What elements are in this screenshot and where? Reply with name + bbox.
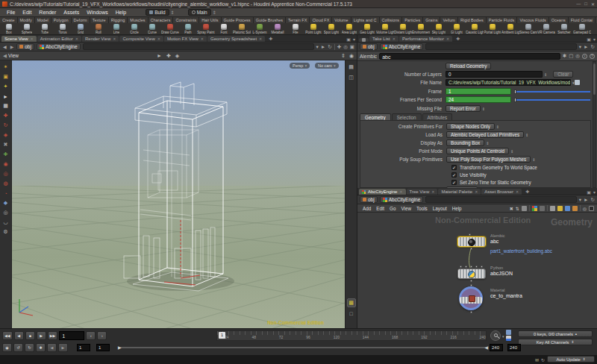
layout-icon[interactable]: ⇕ (341, 53, 346, 59)
viewport-tool-icon[interactable]: ◍ (1, 179, 10, 188)
node-python-abcjson[interactable] (457, 269, 486, 279)
menu-assets[interactable]: Assets (60, 9, 82, 16)
simulation-toggle-icon[interactable]: ↻ (25, 343, 34, 352)
auto-update-menu[interactable]: Auto Update ⇕ (547, 356, 595, 363)
menu-render[interactable]: Render (36, 9, 59, 16)
node-output-dot[interactable] (470, 248, 472, 250)
go-to-start-button[interactable]: ◀◀ (2, 331, 13, 340)
shelf-tool[interactable]: Line (107, 24, 125, 34)
shelf-tool[interactable]: GI Light (448, 24, 466, 34)
viewport-tool-icon[interactable]: ▦ (1, 101, 10, 110)
param-menu-button[interactable]: No Groups (446, 186, 478, 188)
message-bubble-icon[interactable]: ✉ (535, 357, 539, 363)
persp-selector[interactable]: Persp ▾ (290, 63, 310, 69)
shelf-tool[interactable]: Spray Paint (197, 24, 215, 34)
shelf-tool[interactable]: L-System (251, 24, 269, 34)
shelf-tab[interactable]: Characters (149, 17, 174, 23)
pane-menu-icon[interactable]: ▾ (593, 189, 596, 195)
close-icon[interactable]: ✕ (431, 189, 434, 195)
color-palette-icon[interactable] (532, 206, 537, 211)
close-icon[interactable]: ✕ (399, 189, 402, 195)
tab-motion-fx-view[interactable]: Motion FX View✕ (164, 36, 207, 42)
global-end-field[interactable]: 240 (507, 344, 521, 351)
image-icon[interactable] (550, 206, 555, 211)
camera-icon[interactable]: ◉ (349, 53, 354, 59)
node-input-dot[interactable] (470, 284, 472, 286)
viewport-tool-icon[interactable]: ✖ (1, 140, 10, 149)
shelf-tab[interactable]: Hair Utils (199, 17, 221, 23)
param-menu-button[interactable]: Use Poly Soup For Polygon Meshes (446, 156, 531, 163)
netmenu-tools[interactable]: Tools (414, 206, 430, 211)
node-input-dot[interactable] (465, 266, 467, 268)
path-node-chip[interactable]: AbcCityEngine (380, 43, 424, 50)
set-key-button[interactable] (490, 330, 501, 341)
scoped-channels-icon[interactable] (506, 330, 511, 335)
play-reverse-button[interactable]: ◀ (14, 331, 24, 340)
file-field[interactable]: C:/dev/ews/wip/Tutorials/Tutorial_19_VFX… (446, 79, 571, 86)
viewport-tool-icon[interactable]: ► (1, 92, 10, 101)
viewport-tool-icon[interactable]: ◉ (1, 160, 10, 169)
shelf-tool[interactable]: Switcher (555, 24, 573, 34)
stepper-icon[interactable]: ⇕ (479, 188, 482, 189)
viewport-tool-icon[interactable]: ✦ (1, 82, 10, 91)
lookthrough-icon[interactable]: ◎ (343, 44, 348, 50)
shelf-tool[interactable]: Roll (90, 24, 107, 34)
checkbox-checked-icon[interactable]: ✓ (451, 180, 457, 185)
node-name-field[interactable]: abc (379, 53, 560, 60)
viewport-tool-icon[interactable]: ▣ (1, 72, 10, 81)
shelf-tool[interactable]: Distant Light (394, 24, 412, 34)
pin-icon[interactable]: ► (321, 44, 325, 49)
shelf-tool[interactable]: Curve (143, 24, 161, 34)
shelf-tool[interactable]: Sky Light (430, 24, 448, 34)
stepper-icon[interactable]: ⇕ (486, 141, 489, 145)
snap-grid-icon[interactable]: ▩ (347, 298, 356, 307)
shelf-tab[interactable]: Particle Fluids (487, 17, 518, 23)
play-button[interactable]: ▶ (37, 331, 46, 340)
shelf-tab[interactable]: Oceans (549, 17, 569, 23)
viewport-tool-icon[interactable]: ◆ (1, 198, 10, 207)
channel-display-icon[interactable] (506, 336, 511, 341)
menu-windows[interactable]: Windows (84, 9, 110, 16)
pane-type-icon-tab[interactable] (359, 38, 369, 42)
shelf-tool[interactable]: Environment Light (412, 24, 430, 34)
menu-help[interactable]: Help (113, 9, 129, 16)
frame-icon[interactable]: □ (347, 309, 356, 318)
close-icon[interactable]: ✕ (157, 36, 160, 42)
range-start-handle[interactable]: ▶ (118, 345, 122, 351)
shelf-tool[interactable]: Point Light (304, 24, 322, 34)
netmenu-layout[interactable]: Layout (431, 206, 449, 211)
close-icon[interactable]: ✕ (113, 36, 116, 42)
shelf-tab[interactable]: Constraints (173, 17, 199, 23)
dropdown-icon[interactable]: ▾ (579, 44, 581, 50)
maximize-icon[interactable]: □ (584, 1, 587, 7)
current-frame-field[interactable]: 1 (59, 331, 84, 340)
shelf-tab[interactable]: Create (0, 17, 18, 23)
help-icon[interactable]: ? (590, 54, 595, 59)
shelf-tab[interactable]: Terrain FX (286, 17, 310, 23)
viewport-tool-icon[interactable]: ✚ (1, 111, 10, 120)
viewport-tool-icon[interactable]: ◎ (1, 169, 10, 178)
layers-field[interactable]: 0 (446, 71, 543, 78)
shelf-tool[interactable]: Platonic Solids (233, 24, 251, 34)
netmenu-add[interactable]: Add (360, 206, 373, 211)
handle-mode-icon[interactable]: ✚ (166, 53, 171, 59)
range-slider[interactable]: ▶ ◀ (119, 347, 487, 348)
shelf-tool[interactable]: Spot Light (322, 24, 340, 34)
shelf-tab[interactable]: Volume (332, 17, 351, 23)
refresh-icon[interactable]: ↻ (591, 44, 595, 50)
keys-channels-button[interactable]: 0 keys, 0/0 channels ▴ (518, 330, 593, 337)
path-root-chip[interactable]: obj (360, 43, 378, 50)
menu-file[interactable]: File (4, 9, 18, 16)
shelf-tab[interactable]: Grains (423, 17, 440, 23)
timeline-ruler[interactable]: 24487296120144168192216240 1 (216, 330, 487, 341)
netmenu-edit[interactable]: Edit (374, 206, 387, 211)
new-tab-button[interactable]: ✚ (266, 36, 275, 42)
param-scrollbar[interactable] (593, 61, 596, 188)
network-canvas[interactable]: Non-Commercial Edition Geometry Alembic … (357, 213, 597, 328)
pane-menu-icon[interactable]: ▾ (353, 37, 355, 42)
playbar-options-icon[interactable]: ✱ (36, 343, 46, 352)
focus-icon[interactable]: ▢ (569, 53, 573, 59)
global-start-field[interactable]: 1 (77, 344, 90, 351)
node-name-label[interactable]: abc (490, 239, 498, 244)
key-dropdown-icon[interactable]: ▾ (502, 334, 504, 339)
